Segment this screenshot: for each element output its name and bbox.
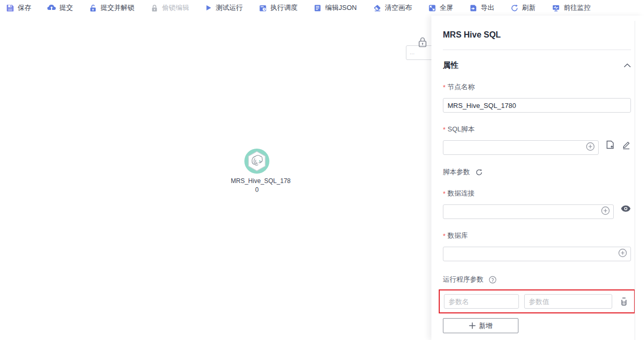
data-connection-select-icon[interactable] — [601, 206, 610, 217]
plus-icon — [469, 322, 476, 329]
required-marker: * — [443, 232, 445, 240]
schedule-label: 执行调度 — [270, 3, 298, 13]
clear-canvas-button[interactable]: 清空画布 — [373, 3, 412, 13]
schedule-button[interactable]: 执行调度 — [259, 3, 298, 13]
properties-section-title: 属性 — [443, 60, 459, 70]
node-label-line2: 0 — [231, 186, 283, 195]
node-name-label-text: 节点名称 — [448, 82, 475, 92]
new-script-icon[interactable] — [605, 140, 615, 150]
hive-node-icon[interactable] — [244, 149, 269, 174]
required-marker: * — [443, 83, 445, 91]
add-param-label: 新增 — [479, 321, 492, 331]
chevron-up-icon[interactable] — [624, 63, 631, 68]
mrs-hive-sql-node[interactable]: MRS_Hive_SQL_178 0 — [231, 149, 283, 195]
submit-label: 提交 — [59, 3, 73, 13]
sql-script-select-icon[interactable] — [586, 142, 595, 153]
go-to-monitor-button[interactable]: 前往监控 — [552, 3, 591, 13]
json-doc-icon — [314, 4, 321, 12]
canvas-lock-icon — [417, 37, 428, 50]
job-canvas[interactable]: … MRS_Hive_SQL_178 0 — [0, 16, 431, 340]
calendar-clock-icon — [259, 4, 267, 12]
node-label: MRS_Hive_SQL_178 0 — [231, 177, 283, 195]
sql-script-label: * SQL脚本 — [443, 125, 631, 134]
play-icon — [205, 4, 212, 11]
panel-divider — [443, 50, 631, 50]
lock-icon — [151, 4, 158, 12]
required-marker: * — [443, 190, 445, 198]
sql-script-label-text: SQL脚本 — [448, 125, 475, 134]
properties-section-header[interactable]: 属性 — [443, 60, 631, 70]
edit-json-label: 编辑JSON — [325, 3, 357, 13]
data-connection-label: * 数据连接 — [443, 189, 631, 198]
delete-param-trash-icon[interactable] — [620, 297, 628, 307]
view-connection-eye-icon[interactable] — [621, 205, 631, 212]
refresh-button[interactable]: 刷新 — [511, 3, 536, 13]
eraser-icon — [373, 4, 381, 12]
export-icon — [469, 4, 477, 12]
fullscreen-button[interactable]: 全屏 — [428, 3, 453, 13]
script-params-label: 脚本参数 — [443, 167, 470, 177]
param-value-input[interactable] — [524, 294, 612, 309]
submit-unlock-label: 提交并解锁 — [101, 3, 134, 13]
program-params-highlighted-row — [439, 289, 635, 313]
test-run-label: 测试运行 — [216, 3, 243, 13]
monitor-icon — [552, 4, 560, 12]
toolbar: 保存 提交 提交并解锁 偷锁编辑 测试运行 执行调度 编辑JSON 清空画布 全… — [0, 0, 644, 16]
data-connection-label-text: 数据连接 — [448, 189, 475, 198]
submit-button[interactable]: 提交 — [47, 3, 73, 13]
go-to-monitor-label: 前往监控 — [564, 3, 591, 13]
node-name-input[interactable] — [443, 98, 631, 113]
data-connection-input[interactable] — [443, 204, 614, 219]
export-button[interactable]: 导出 — [469, 3, 494, 13]
refresh-icon — [511, 4, 518, 12]
unlock-icon — [89, 4, 97, 12]
fullscreen-icon — [428, 4, 436, 12]
database-select-icon[interactable] — [618, 248, 627, 260]
export-label: 导出 — [481, 3, 494, 13]
node-label-line1: MRS_Hive_SQL_178 — [231, 177, 283, 186]
edit-script-icon[interactable] — [622, 140, 631, 150]
script-params-refresh-icon[interactable] — [475, 168, 483, 176]
submit-unlock-button[interactable]: 提交并解锁 — [89, 3, 134, 13]
program-params-label: 运行程序参数 — [443, 275, 484, 284]
panel-scrollbar[interactable] — [635, 21, 635, 340]
database-label: * 数据库 — [443, 231, 631, 240]
node-name-label: * 节点名称 — [443, 82, 631, 92]
add-param-button[interactable]: 新增 — [443, 318, 518, 333]
save-icon — [6, 4, 14, 12]
properties-panel: MRS Hive SQL 属性 * 节点名称 * SQL脚本 — [431, 16, 644, 340]
save-label: 保存 — [18, 3, 31, 13]
param-name-input[interactable] — [444, 294, 519, 309]
refresh-label: 刷新 — [522, 3, 536, 13]
panel-title: MRS Hive SQL — [443, 30, 631, 40]
database-label-text: 数据库 — [448, 231, 468, 240]
steal-lock-button[interactable]: 偷锁编辑 — [151, 3, 189, 13]
save-button[interactable]: 保存 — [6, 3, 31, 13]
required-marker: * — [443, 126, 445, 133]
clear-canvas-label: 清空画布 — [385, 3, 412, 13]
edit-json-button[interactable]: 编辑JSON — [314, 3, 357, 13]
fullscreen-label: 全屏 — [440, 3, 453, 13]
cloud-upload-icon — [47, 4, 56, 12]
help-icon[interactable] — [489, 276, 497, 284]
database-input[interactable] — [443, 247, 631, 261]
test-run-button[interactable]: 测试运行 — [205, 3, 243, 13]
sql-script-input[interactable] — [443, 140, 599, 155]
steal-lock-label: 偷锁编辑 — [162, 3, 189, 13]
